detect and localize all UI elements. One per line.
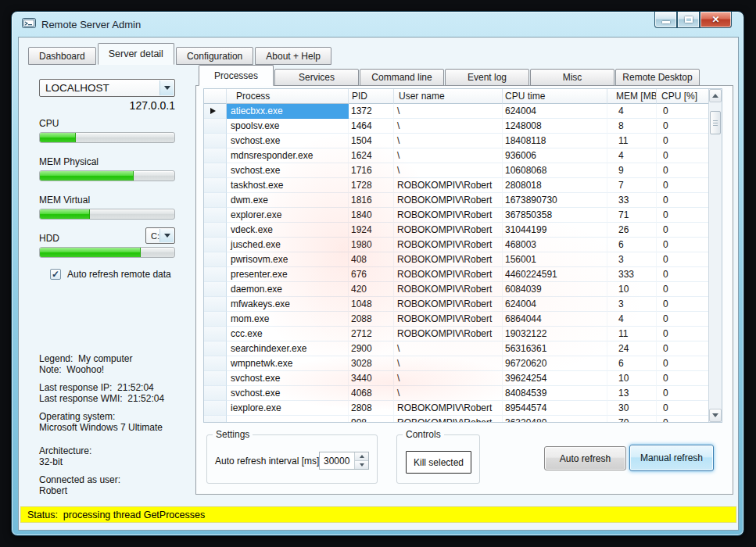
- table-row[interactable]: explorer.exe1840ROBOKOMPIV\Robert3678503…: [204, 208, 709, 223]
- row-selector: [204, 401, 227, 416]
- cell-cpu-time: 624004: [503, 297, 607, 312]
- cell-process: svchost.exe: [227, 163, 349, 178]
- cell-cpu-pct: 0: [657, 356, 709, 371]
- progress-bar-mem-physical: [39, 170, 175, 181]
- cell-mem-mb: 71: [607, 208, 657, 223]
- cell-pid: 1624: [349, 148, 394, 163]
- table-row[interactable]: searchindexer.exe2900\56316361240: [204, 341, 709, 356]
- cell-mem-mb: 6: [607, 238, 657, 252]
- cell-cpu-pct: 0: [657, 193, 709, 208]
- column-header-mem-mb[interactable]: MEM [MB]: [607, 89, 657, 104]
- cell-cpu-pct: 0: [657, 282, 709, 297]
- kill-selected-button[interactable]: Kill selected: [406, 451, 471, 474]
- drive-selector-arrow[interactable]: [159, 229, 174, 242]
- progress-fill: [40, 209, 90, 219]
- row-selector: [204, 297, 227, 312]
- cell-user-name: \: [394, 386, 503, 401]
- tab-configuration[interactable]: Configuration: [176, 47, 253, 65]
- table-row[interactable]: mom.exe2088ROBOKOMPIV\Robert686404440: [204, 312, 709, 327]
- cell-cpu-time: 18408118: [503, 134, 607, 148]
- table-row-partial[interactable]: 908ROBOKOMPIV\Robert36320480700: [204, 416, 709, 423]
- gauge-mem-virtual: MEM Virtual: [39, 195, 175, 220]
- cell-user-name: \: [394, 356, 503, 371]
- column-header-cpu-time[interactable]: CPU time: [503, 89, 607, 104]
- tab-event-log[interactable]: Event log: [445, 69, 529, 86]
- column-header-user-name[interactable]: User name: [394, 89, 503, 104]
- progress-bar-cpu: [39, 132, 175, 143]
- cell-mem-mb: 7: [607, 178, 657, 193]
- scroll-up-button[interactable]: [709, 89, 722, 102]
- processes-tab-page: ProcessPIDUser nameCPU timeMEM [MB]CPU […: [195, 85, 733, 495]
- cell-mem-mb: 11: [607, 327, 657, 341]
- tab-about-help[interactable]: About + Help: [255, 47, 331, 65]
- table-row[interactable]: daemon.exe420ROBOKOMPIV\Robert6084039100: [204, 282, 709, 297]
- maximize-icon: [685, 16, 693, 23]
- spinner-down-button[interactable]: [355, 460, 368, 469]
- gauge-label: MEM Virtual: [39, 195, 175, 206]
- table-row[interactable]: dwm.exe1816ROBOKOMPIV\Robert167389073033…: [204, 193, 709, 208]
- table-row[interactable]: mfwakeys.exe1048ROBOKOMPIV\Robert6240043…: [204, 297, 709, 312]
- chevron-down-icon: [164, 86, 170, 90]
- auto-refresh-button[interactable]: Auto refresh: [544, 446, 626, 470]
- client-area: DashboardServer detailConfigurationAbout…: [18, 37, 739, 531]
- drive-selector[interactable]: C:: [145, 227, 175, 244]
- close-button[interactable]: ✕: [700, 12, 732, 28]
- cell-cpu-pct: 0: [657, 134, 709, 148]
- process-table[interactable]: ProcessPIDUser nameCPU timeMEM [MB]CPU […: [203, 88, 722, 423]
- scrollbar-thumb[interactable]: [710, 111, 721, 134]
- tab-services[interactable]: Services: [274, 69, 359, 86]
- table-row[interactable]: jusched.exe1980ROBOKOMPIV\Robert46800360: [204, 238, 709, 252]
- table-row[interactable]: atiecbxx.exe1372\62400440: [204, 104, 709, 119]
- vertical-scrollbar[interactable]: [708, 89, 722, 422]
- tab-remote-desktop[interactable]: Remote Desktop: [615, 69, 700, 86]
- interval-input[interactable]: [320, 452, 354, 469]
- auto-refresh-checkbox[interactable]: ✓ Auto refresh remote data: [50, 269, 171, 280]
- table-row[interactable]: presenter.exe676ROBOKOMPIV\Robert4460224…: [204, 267, 709, 282]
- tab-command-line[interactable]: Command line: [360, 69, 444, 86]
- settings-group-title: Settings: [213, 429, 253, 440]
- spinner-up-button[interactable]: [355, 452, 368, 460]
- table-row[interactable]: vdeck.exe1924ROBOKOMPIV\Robert3104419926…: [204, 223, 709, 238]
- table-row[interactable]: pwrisovm.exe408ROBOKOMPIV\Robert15600130: [204, 252, 709, 267]
- tab-dashboard[interactable]: Dashboard: [28, 47, 96, 65]
- column-header-process[interactable]: Process: [227, 89, 349, 104]
- host-selector-arrow[interactable]: [159, 80, 174, 95]
- table-row[interactable]: svchost.exe4068\84084539130: [204, 386, 709, 401]
- table-row[interactable]: svchost.exe1716\1060806890: [204, 163, 709, 178]
- minimize-button[interactable]: [654, 12, 677, 28]
- settings-groupbox: Settings Auto refresh interval [ms]:: [206, 434, 378, 484]
- cell-pid: 2088: [349, 312, 394, 327]
- row-selector: [204, 356, 227, 371]
- cell-process: daemon.exe: [227, 282, 349, 297]
- gauge-hdd: HDDC:: [39, 233, 175, 258]
- table-row[interactable]: svchost.exe1504\18408118110: [204, 134, 709, 148]
- table-row[interactable]: svchost.exe3440\39624254100: [204, 371, 709, 386]
- row-selector: [204, 163, 227, 178]
- column-header-pid[interactable]: PID: [349, 89, 394, 104]
- row-selector: [204, 208, 227, 223]
- cell-pid: 2808: [349, 401, 394, 416]
- manual-refresh-button[interactable]: Manual refresh: [629, 445, 714, 471]
- scroll-down-button[interactable]: [709, 409, 722, 422]
- cell-cpu-time: 36320480: [503, 416, 607, 423]
- table-row[interactable]: spoolsv.exe1464\124800880: [204, 119, 709, 134]
- host-selector[interactable]: LOCALHOST: [39, 79, 175, 97]
- app-window: Remote Server Admin ✕ DashboardServer de…: [11, 11, 744, 536]
- table-row[interactable]: iexplore.exe2808ROBOKOMPIV\Robert8954457…: [204, 401, 709, 416]
- cell-cpu-pct: 0: [657, 386, 709, 401]
- tab-processes[interactable]: Processes: [199, 65, 274, 86]
- cell-cpu-time: 84084539: [503, 386, 607, 401]
- tab-server-detail[interactable]: Server detail: [98, 43, 174, 65]
- table-row[interactable]: ccc.exe2712ROBOKOMPIV\Robert19032122110: [204, 327, 709, 341]
- table-row[interactable]: taskhost.exe1728ROBOKOMPIV\Robert2808018…: [204, 178, 709, 193]
- cell-pid: 3440: [349, 371, 394, 386]
- tab-misc[interactable]: Misc: [530, 69, 614, 86]
- title-bar[interactable]: Remote Server Admin ✕: [12, 12, 743, 37]
- table-row[interactable]: mdnsresponder.exe1624\93600640: [204, 148, 709, 163]
- row-selector: [204, 178, 227, 193]
- table-row[interactable]: wmpnetwk.exe3028\9672062060: [204, 356, 709, 371]
- column-header-cpu-pct[interactable]: CPU [%]: [657, 89, 709, 104]
- cell-cpu-time: 4460224591: [503, 267, 607, 282]
- info-group: Legend: My computerNote: Woohoo!: [39, 353, 164, 375]
- maximize-button[interactable]: [677, 12, 700, 28]
